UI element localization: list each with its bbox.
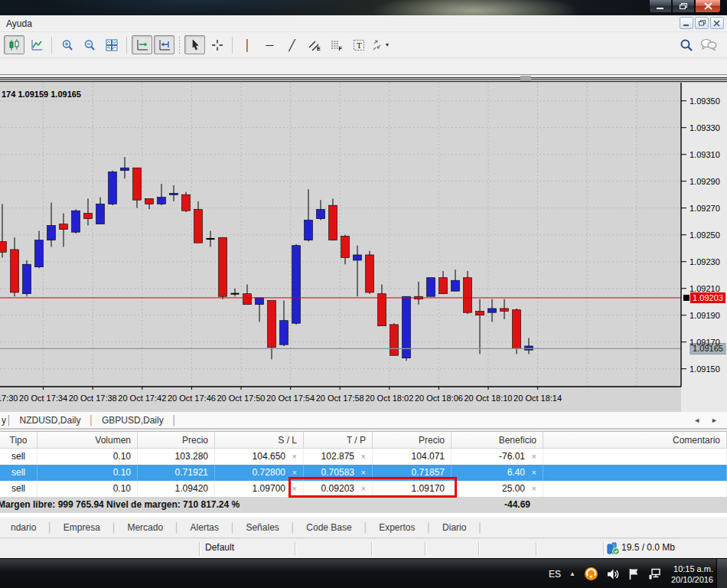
auto-scroll-button[interactable] bbox=[154, 35, 174, 54]
candle-body bbox=[158, 198, 166, 204]
metatrader-screen: { "window": { "menu_items": ["Ayuda"] },… bbox=[0, 0, 727, 588]
trade-row[interactable]: sell0.10103.280104.650×102.875×104.071-7… bbox=[0, 449, 727, 465]
cursor-tool-button[interactable] bbox=[184, 35, 205, 54]
terminal-tab-empresa[interactable]: Empresa bbox=[53, 522, 111, 533]
column-header-tp[interactable]: T / P bbox=[304, 432, 373, 448]
window-close-button[interactable] bbox=[695, 0, 721, 13]
tab-separator: │ bbox=[426, 522, 432, 533]
cell-value: 104.650 bbox=[253, 451, 285, 462]
crosshair-tool-button[interactable] bbox=[207, 35, 227, 54]
tab-separator: │ bbox=[47, 522, 53, 533]
candle-body bbox=[305, 220, 313, 240]
equidistant-channel-tool-button[interactable]: E bbox=[304, 35, 324, 54]
mdi-close-button[interactable] bbox=[710, 17, 724, 29]
chart-shift-button[interactable] bbox=[132, 35, 152, 54]
x-axis-label: 20 Oct 18:14 bbox=[513, 394, 562, 403]
candle-body bbox=[11, 250, 19, 292]
status-separator bbox=[199, 542, 200, 556]
trade-cell-volumen: 0.10 bbox=[37, 481, 138, 497]
candle-body bbox=[47, 225, 56, 240]
chart-tab-list: NZDUSD,Daily│GBPUSD,Daily│ bbox=[12, 415, 178, 426]
cell-value: 6.40 bbox=[507, 467, 525, 478]
terminal-tab-expertos[interactable]: Expertos bbox=[368, 522, 425, 533]
zoom-out-button[interactable] bbox=[79, 35, 99, 54]
network-icon[interactable] bbox=[648, 568, 663, 580]
taskbar-clock[interactable]: 10:15 a.m. 20/10/2016 bbox=[671, 564, 713, 585]
line-chart-view-button[interactable] bbox=[26, 35, 47, 54]
hidden-icons-chevron-icon[interactable]: ▲ bbox=[569, 570, 575, 577]
chart-tab-gbpusd-daily[interactable]: GBPUSD,Daily bbox=[94, 415, 171, 426]
language-indicator[interactable]: ES bbox=[549, 569, 561, 580]
menu-ayuda[interactable]: Ayuda bbox=[0, 17, 38, 31]
x-axis-label: 20 Oct 18:06 bbox=[415, 394, 463, 403]
column-header-tipo[interactable]: Tipo bbox=[0, 432, 37, 448]
cell-value: sell bbox=[11, 451, 25, 462]
close-value-icon[interactable]: × bbox=[529, 465, 536, 481]
chart-tab-nzdusd-daily[interactable]: NZDUSD,Daily bbox=[12, 415, 89, 426]
horizontal-line-tool-button[interactable]: ─ bbox=[259, 35, 280, 54]
column-header-beneficio[interactable]: Beneficio bbox=[452, 432, 543, 448]
terminal-tab-ndario[interactable]: ndario bbox=[0, 522, 47, 533]
community-chat-button[interactable] bbox=[698, 35, 719, 54]
terminal-tab-alertas[interactable]: Alertas bbox=[180, 522, 230, 533]
profile-indicator[interactable]: Default bbox=[205, 542, 234, 553]
show-desktop-button[interactable] bbox=[716, 559, 727, 588]
terminal-tab-code-base[interactable]: Code Base bbox=[295, 522, 362, 533]
antivirus-tray-icon[interactable] bbox=[584, 567, 598, 581]
arrows-tool-button[interactable]: ▼ bbox=[370, 35, 391, 54]
trade-cell-precio: 104.071 bbox=[373, 449, 452, 465]
cell-value: sell bbox=[11, 467, 25, 478]
column-header-precio[interactable]: Precio bbox=[138, 432, 215, 448]
column-header-volumen[interactable]: Volumen bbox=[37, 432, 138, 448]
mdi-minimize-button[interactable] bbox=[680, 17, 693, 29]
window-restore-button[interactable] bbox=[672, 0, 695, 13]
zoom-out-icon bbox=[83, 39, 96, 51]
equidistant-channel-icon: E bbox=[308, 39, 321, 51]
column-header-sl[interactable]: S / L bbox=[215, 432, 304, 448]
y-axis-label: 1.09170 bbox=[690, 338, 720, 347]
search-button[interactable] bbox=[676, 35, 696, 54]
arrows-tool-icon bbox=[372, 39, 383, 51]
tab-scroll-right-icon[interactable]: ► bbox=[711, 416, 718, 424]
candlestick-view-button[interactable] bbox=[4, 35, 24, 54]
chat-bubbles-icon bbox=[700, 38, 717, 51]
terminal-tab-diario[interactable]: Diario bbox=[432, 522, 477, 533]
tab-scroll-left-icon[interactable]: ◄ bbox=[693, 416, 700, 424]
close-value-icon[interactable]: × bbox=[529, 481, 536, 497]
text-tool-button[interactable]: T bbox=[348, 35, 369, 54]
zoom-in-button[interactable] bbox=[57, 35, 77, 54]
chart-scroll-thumb[interactable] bbox=[520, 76, 531, 81]
terminal-tab-se-ales[interactable]: Señales bbox=[235, 522, 289, 533]
chart-window[interactable]: 1.092031.091651.093501.093301.093101.092… bbox=[0, 74, 727, 412]
trendline-tool-button[interactable]: ╱ bbox=[282, 35, 302, 54]
toolbar: │ ─ ╱ E F T ▼ bbox=[0, 32, 727, 58]
candle-body bbox=[268, 300, 276, 347]
toolbar-separator-dotted bbox=[179, 37, 180, 54]
column-header-precio[interactable]: Precio bbox=[373, 432, 452, 448]
candle-body bbox=[525, 346, 533, 350]
candle-body bbox=[378, 294, 386, 326]
fibonacci-tool-button[interactable]: F bbox=[326, 35, 347, 54]
close-value-icon[interactable]: × bbox=[289, 449, 297, 465]
ohlc-readout: 174 1.09159 1.09165 bbox=[2, 90, 81, 99]
mdi-restore-button[interactable] bbox=[695, 17, 709, 29]
candle-body bbox=[476, 311, 484, 315]
close-value-icon[interactable]: × bbox=[529, 449, 536, 465]
status-separator bbox=[425, 542, 425, 556]
volume-icon[interactable] bbox=[607, 568, 620, 580]
trade-table-header: TipoVolumenPrecioS / LT / PPrecioBenefic… bbox=[0, 432, 727, 449]
status-bar: Default 19.5 / 0.0 Mb bbox=[0, 538, 727, 558]
tab-separator: │ bbox=[6, 415, 12, 426]
tile-windows-button[interactable] bbox=[101, 35, 122, 54]
x-axis-label: 20 Oct 18:10 bbox=[465, 394, 513, 403]
terminal-tab-list: ndario│Empresa│Mercado│Alertas│Señales│C… bbox=[0, 522, 483, 533]
column-header-comentario[interactable]: Comentario bbox=[543, 432, 727, 448]
window-minimize-button[interactable] bbox=[649, 0, 672, 13]
trade-cell-beneficio: 25.00× bbox=[452, 481, 543, 497]
tab-separator: │ bbox=[230, 522, 236, 533]
arrows-dropdown-icon[interactable]: ▼ bbox=[385, 42, 390, 47]
close-value-icon[interactable]: × bbox=[358, 449, 366, 465]
vertical-line-tool-button[interactable]: │ bbox=[237, 35, 258, 54]
action-center-flag-icon[interactable] bbox=[628, 568, 640, 580]
terminal-tab-mercado[interactable]: Mercado bbox=[116, 522, 174, 533]
